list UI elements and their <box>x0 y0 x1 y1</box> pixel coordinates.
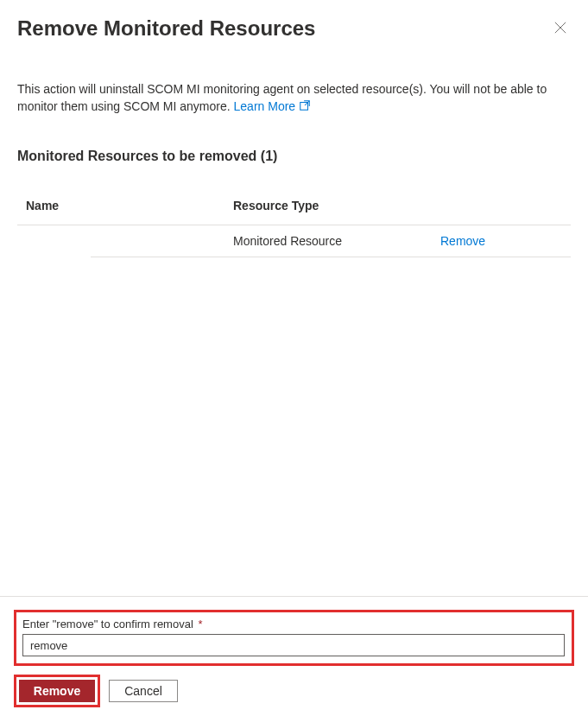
column-type-header: Resource Type <box>233 199 571 212</box>
cancel-button[interactable]: Cancel <box>109 680 178 702</box>
resources-table: Name Resource Type Monitored Resource Re… <box>17 199 571 257</box>
page-title: Remove Monitored Resources <box>17 16 315 41</box>
required-asterisk: * <box>195 618 203 630</box>
close-button[interactable] <box>553 22 567 35</box>
table-header: Name Resource Type <box>17 199 571 225</box>
external-link-icon <box>299 98 311 116</box>
confirm-highlight: Enter "remove" to confirm removal * <box>14 610 574 666</box>
column-name-header: Name <box>26 199 233 212</box>
confirm-input[interactable] <box>22 634 565 656</box>
svg-line-3 <box>305 101 309 105</box>
learn-more-label: Learn More <box>234 99 296 113</box>
remove-button-highlight: Remove <box>14 675 100 707</box>
remove-row-link[interactable]: Remove <box>440 234 485 248</box>
table-row: Monitored Resource Remove <box>91 225 571 257</box>
close-icon <box>554 22 566 36</box>
cell-type: Monitored Resource <box>233 234 440 248</box>
section-title: Monitored Resources to be removed (1) <box>17 149 571 164</box>
learn-more-link[interactable]: Learn More <box>234 99 312 113</box>
footer: Enter "remove" to confirm removal * Remo… <box>0 596 588 716</box>
button-row: Remove Cancel <box>14 675 574 707</box>
description-text: This action will uninstall SCOM MI monit… <box>17 80 571 116</box>
confirm-label-text: Enter "remove" to confirm removal <box>22 618 193 630</box>
confirm-label: Enter "remove" to confirm removal * <box>22 618 565 630</box>
remove-button[interactable]: Remove <box>19 680 95 702</box>
